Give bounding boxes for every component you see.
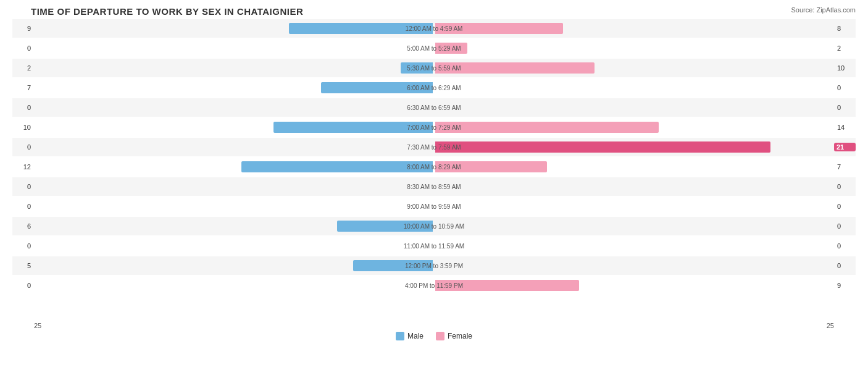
chart-row: 512:00 PM to 3:59 PM0 bbox=[12, 256, 856, 275]
male-bar bbox=[241, 161, 433, 172]
female-value: 9 bbox=[834, 282, 856, 289]
female-bar bbox=[435, 141, 770, 153]
female-value: 0 bbox=[834, 203, 856, 210]
chart-row: 128:00 AM to 8:29 AM7 bbox=[12, 158, 856, 176]
female-bar-container bbox=[434, 101, 834, 114]
bars-section: 6:30 AM to 6:59 AM bbox=[34, 98, 834, 117]
male-value: 0 bbox=[12, 183, 34, 190]
chart-row: 76:00 AM to 6:29 AM0 bbox=[12, 78, 856, 97]
female-bar-container bbox=[434, 220, 834, 232]
male-bar-container bbox=[34, 101, 434, 114]
male-bar-container bbox=[34, 42, 434, 54]
male-bar-container bbox=[34, 240, 434, 252]
chart-row: 08:30 AM to 8:59 AM0 bbox=[12, 177, 856, 196]
female-bar bbox=[435, 161, 547, 172]
female-bar bbox=[435, 43, 467, 54]
bars-section: 5:00 AM to 5:29 AM bbox=[34, 39, 834, 57]
female-value: 14 bbox=[834, 124, 856, 131]
axis-bottom: 25 25 bbox=[12, 321, 856, 331]
female-value: 0 bbox=[834, 262, 856, 269]
male-bar-container bbox=[34, 22, 434, 35]
male-bar-container bbox=[34, 200, 434, 213]
female-bar-container bbox=[434, 259, 834, 272]
male-bar-container bbox=[34, 220, 434, 232]
male-value: 9 bbox=[12, 25, 34, 32]
chart-row: 610:00 AM to 10:59 AM0 bbox=[12, 217, 856, 235]
female-bar bbox=[435, 122, 659, 133]
male-bar-container bbox=[34, 121, 434, 133]
female-bar-container bbox=[434, 121, 834, 133]
chart-container: TIME OF DEPARTURE TO WORK BY SEX IN CHAT… bbox=[0, 0, 868, 367]
legend-male-label: Male bbox=[407, 332, 424, 340]
male-bar-container bbox=[34, 161, 434, 173]
male-value: 0 bbox=[12, 203, 34, 210]
male-value: 0 bbox=[12, 104, 34, 111]
legend-female-label: Female bbox=[448, 332, 472, 340]
axis-left-label: 25 bbox=[34, 322, 41, 329]
chart-title: TIME OF DEPARTURE TO WORK BY SEX IN CHAT… bbox=[12, 6, 856, 17]
bars-section: 4:00 PM to 11:59 PM bbox=[34, 276, 834, 295]
female-bar-container bbox=[434, 161, 834, 173]
male-value: 7 bbox=[12, 84, 34, 91]
chart-row: 04:00 PM to 11:59 PM9 bbox=[12, 276, 856, 295]
chart-row: 25:30 AM to 5:59 AM10 bbox=[12, 59, 856, 77]
bars-section: 9:00 AM to 9:59 AM bbox=[34, 197, 834, 216]
female-bar-container bbox=[434, 141, 834, 153]
legend-male-box bbox=[396, 332, 404, 340]
female-value: 8 bbox=[834, 25, 856, 32]
female-value: 0 bbox=[834, 242, 856, 250]
chart-area: 912:00 AM to 4:59 AM805:00 AM to 5:29 AM… bbox=[12, 19, 856, 318]
chart-row: 011:00 AM to 11:59 AM0 bbox=[12, 237, 856, 255]
chart-row: 07:30 AM to 7:59 AM21 bbox=[12, 138, 856, 156]
male-bar-container bbox=[34, 180, 434, 193]
bars-section: 5:30 AM to 5:59 AM bbox=[34, 59, 834, 77]
male-bar bbox=[337, 221, 433, 232]
male-value: 12 bbox=[12, 163, 34, 171]
female-bar bbox=[435, 62, 595, 74]
male-value: 0 bbox=[12, 282, 34, 289]
female-bar-container bbox=[434, 279, 834, 292]
female-value: 2 bbox=[834, 44, 856, 52]
female-bar-container bbox=[434, 82, 834, 94]
male-value: 10 bbox=[12, 124, 34, 131]
male-bar-container bbox=[34, 259, 434, 272]
female-bar-container bbox=[434, 42, 834, 54]
female-bar-container bbox=[434, 200, 834, 213]
bars-section: 10:00 AM to 10:59 AM bbox=[34, 217, 834, 235]
male-bar bbox=[273, 122, 433, 133]
legend-female-box bbox=[436, 332, 444, 340]
female-bar bbox=[435, 23, 563, 34]
male-bar bbox=[321, 82, 433, 93]
male-bar-container bbox=[34, 82, 434, 94]
male-bar-container bbox=[34, 62, 434, 74]
male-value: 0 bbox=[12, 242, 34, 250]
bars-section: 12:00 PM to 3:59 PM bbox=[34, 256, 834, 275]
male-value: 0 bbox=[12, 143, 34, 151]
legend-female: Female bbox=[436, 332, 472, 340]
male-bar-container bbox=[34, 141, 434, 153]
bars-section: 11:00 AM to 11:59 AM bbox=[34, 237, 834, 255]
female-value: 0 bbox=[834, 183, 856, 190]
male-value: 2 bbox=[12, 64, 34, 72]
male-value: 0 bbox=[12, 44, 34, 52]
male-bar bbox=[353, 260, 433, 271]
female-bar-container bbox=[434, 180, 834, 193]
female-value: 0 bbox=[834, 104, 856, 111]
chart-row: 09:00 AM to 9:59 AM0 bbox=[12, 197, 856, 216]
male-bar-container bbox=[34, 279, 434, 292]
male-value: 5 bbox=[12, 262, 34, 269]
bars-section: 8:30 AM to 8:59 AM bbox=[34, 177, 834, 196]
female-bar bbox=[435, 280, 579, 291]
male-bar bbox=[289, 23, 433, 34]
male-bar bbox=[401, 62, 433, 74]
female-bar-container bbox=[434, 240, 834, 252]
chart-row: 05:00 AM to 5:29 AM2 bbox=[12, 39, 856, 57]
bars-section: 7:30 AM to 7:59 AM bbox=[34, 138, 834, 156]
bars-section: 8:00 AM to 8:29 AM bbox=[34, 158, 834, 176]
female-value: 0 bbox=[834, 222, 856, 230]
source-label: Source: ZipAtlas.com bbox=[791, 6, 856, 14]
axis-right-label: 25 bbox=[827, 322, 834, 329]
chart-row: 912:00 AM to 4:59 AM8 bbox=[12, 19, 856, 38]
female-value: 10 bbox=[834, 64, 856, 72]
female-value: 21 bbox=[834, 143, 856, 151]
